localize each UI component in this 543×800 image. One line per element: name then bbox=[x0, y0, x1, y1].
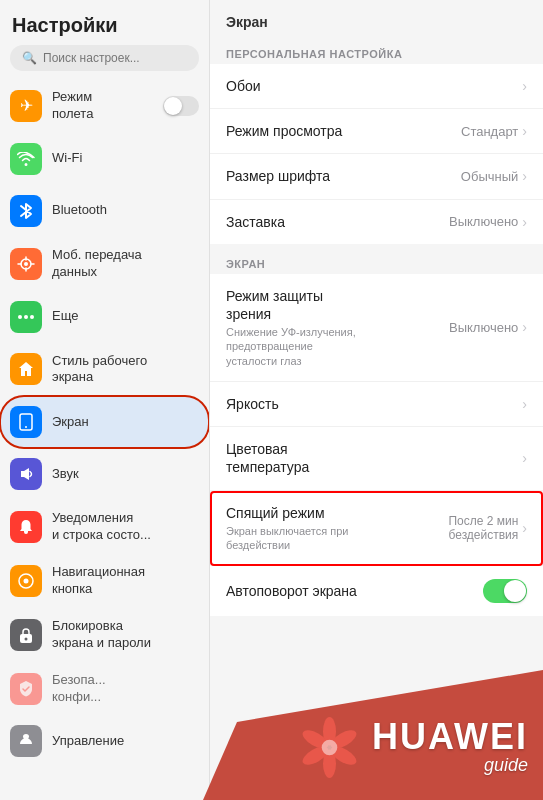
sidebar-item-notifications[interactable]: Уведомленияи строка состо... bbox=[0, 500, 209, 554]
sidebar-item-security[interactable]: Безопа...конфи... bbox=[0, 662, 209, 716]
more-icon bbox=[10, 301, 42, 333]
color-temp-value: › bbox=[522, 450, 527, 466]
sidebar-item-label: Безопа...конфи... bbox=[52, 672, 106, 706]
section-personalization-title: ПЕРСОНАЛЬНАЯ НАСТРОЙКА bbox=[210, 34, 543, 64]
sleep-mode-label: Спящий режим bbox=[226, 504, 348, 522]
sidebar-item-more[interactable]: Еще bbox=[0, 291, 209, 343]
brightness-label: Яркость bbox=[226, 395, 279, 413]
svg-point-4 bbox=[30, 315, 34, 319]
chevron-icon: › bbox=[522, 520, 527, 536]
font-size-label: Размер шрифта bbox=[226, 167, 330, 185]
screensaver-value: Выключено › bbox=[449, 214, 527, 230]
personalization-group: Обои › Режим просмотра Стандарт › Размер… bbox=[210, 64, 543, 244]
sidebar: Настройки 🔍 ✈ Режимполета bbox=[0, 0, 210, 800]
sidebar-item-label: Wi-Fi bbox=[52, 150, 82, 167]
sidebar-items-list: ✈ Режимполета Wi-Fi bbox=[0, 79, 209, 800]
autorotate-toggle[interactable] bbox=[483, 579, 527, 603]
sleep-mode-value: После 2 минбездействия › bbox=[448, 514, 527, 542]
chevron-icon: › bbox=[522, 396, 527, 412]
sleep-mode-sub: Экран выключается прибездействии bbox=[226, 524, 348, 553]
view-mode-label: Режим просмотра bbox=[226, 122, 342, 140]
search-bar[interactable]: 🔍 bbox=[10, 45, 199, 71]
sidebar-item-manage[interactable]: Управление bbox=[0, 715, 209, 767]
view-mode-item[interactable]: Режим просмотра Стандарт › bbox=[210, 109, 543, 154]
section-screen-title: ЭКРАН bbox=[210, 244, 543, 274]
view-mode-value: Стандарт › bbox=[461, 123, 527, 139]
wallpaper-label: Обои bbox=[226, 77, 261, 95]
sidebar-item-label: Управление bbox=[52, 733, 124, 750]
eye-protection-label: Режим защитызрения bbox=[226, 287, 356, 323]
svg-point-17 bbox=[322, 740, 338, 756]
sidebar-item-label: Режимполета bbox=[52, 89, 93, 123]
sidebar-item-label: Звук bbox=[52, 466, 79, 483]
sound-icon bbox=[10, 458, 42, 490]
screen-group: Режим защитызрения Снижение УФ-излучения… bbox=[210, 274, 543, 617]
content-title: Экран bbox=[210, 0, 543, 34]
sidebar-item-label: Навигационнаякнопка bbox=[52, 564, 145, 598]
chevron-icon: › bbox=[522, 214, 527, 230]
svg-point-3 bbox=[24, 315, 28, 319]
sidebar-item-label: Bluetooth bbox=[52, 202, 107, 219]
sidebar-item-label: Экран bbox=[52, 414, 89, 431]
brightness-value: › bbox=[522, 396, 527, 412]
watermark: HUAWEI guide bbox=[297, 715, 528, 780]
sleep-mode-content: Спящий режим Экран выключается прибездей… bbox=[226, 504, 348, 553]
sidebar-item-navigation[interactable]: Навигационнаякнопка bbox=[0, 554, 209, 608]
mobile-icon bbox=[10, 248, 42, 280]
sidebar-title: Настройки bbox=[0, 0, 209, 45]
huawei-brand-group: HUAWEI guide bbox=[372, 719, 528, 776]
brightness-item[interactable]: Яркость › bbox=[210, 382, 543, 427]
security-icon bbox=[10, 673, 42, 705]
main-container: Настройки 🔍 ✈ Режимполета bbox=[0, 0, 543, 800]
huawei-brand-name: HUAWEI bbox=[372, 719, 528, 755]
chevron-icon: › bbox=[522, 319, 527, 335]
color-temp-item[interactable]: Цветоваятемпература › bbox=[210, 427, 543, 490]
notification-icon bbox=[10, 511, 42, 543]
sidebar-item-bluetooth[interactable]: Bluetooth bbox=[0, 185, 209, 237]
wallpaper-value: › bbox=[522, 78, 527, 94]
autorotate-label: Автоповорот экрана bbox=[226, 582, 357, 600]
sidebar-item-screen[interactable]: Экран bbox=[0, 396, 209, 448]
eye-protection-value: Выключено › bbox=[449, 319, 527, 335]
lock-icon bbox=[10, 619, 42, 651]
navigation-icon bbox=[10, 565, 42, 597]
font-size-value: Обычный › bbox=[461, 168, 527, 184]
autorotate-item[interactable]: Автоповорот экрана bbox=[210, 566, 543, 616]
airplane-toggle[interactable] bbox=[163, 96, 199, 116]
chevron-icon: › bbox=[522, 78, 527, 94]
eye-protection-item[interactable]: Режим защитызрения Снижение УФ-излучения… bbox=[210, 274, 543, 382]
sidebar-item-label: Стиль рабочегоэкрана bbox=[52, 353, 147, 387]
sidebar-item-label: Блокировкаэкрана и пароли bbox=[52, 618, 151, 652]
manage-icon bbox=[10, 725, 42, 757]
chevron-icon: › bbox=[522, 450, 527, 466]
sidebar-item-label: Еще bbox=[52, 308, 78, 325]
sidebar-item-mobile[interactable]: Моб. передачаданных bbox=[0, 237, 209, 291]
svg-point-1 bbox=[24, 262, 28, 266]
color-temp-label: Цветоваятемпература bbox=[226, 440, 309, 476]
wifi-icon bbox=[10, 143, 42, 175]
wallpaper-item[interactable]: Обои › bbox=[210, 64, 543, 109]
chevron-icon: › bbox=[522, 168, 527, 184]
sidebar-item-airplane[interactable]: ✈ Режимполета bbox=[0, 79, 209, 133]
font-size-item[interactable]: Размер шрифта Обычный › bbox=[210, 154, 543, 199]
bluetooth-icon bbox=[10, 195, 42, 227]
style-icon bbox=[10, 353, 42, 385]
huawei-guide-label: guide bbox=[484, 755, 528, 776]
svg-point-8 bbox=[24, 579, 29, 584]
sleep-mode-item[interactable]: Спящий режим Экран выключается прибездей… bbox=[210, 491, 543, 567]
sidebar-item-style[interactable]: Стиль рабочегоэкрана bbox=[0, 343, 209, 397]
svg-point-6 bbox=[25, 426, 27, 428]
sidebar-item-label: Уведомленияи строка состо... bbox=[52, 510, 151, 544]
chevron-icon: › bbox=[522, 123, 527, 139]
svg-point-10 bbox=[25, 637, 28, 640]
screensaver-item[interactable]: Заставка Выключено › bbox=[210, 200, 543, 244]
sidebar-item-lock[interactable]: Блокировкаэкрана и пароли bbox=[0, 608, 209, 662]
sidebar-item-sound[interactable]: Звук bbox=[0, 448, 209, 500]
svg-point-2 bbox=[18, 315, 22, 319]
screen-icon bbox=[10, 406, 42, 438]
huawei-logo-icon bbox=[297, 715, 362, 780]
airplane-icon: ✈ bbox=[10, 90, 42, 122]
sidebar-item-wifi[interactable]: Wi-Fi bbox=[0, 133, 209, 185]
eye-protection-content: Режим защитызрения Снижение УФ-излучения… bbox=[226, 287, 356, 368]
search-input[interactable] bbox=[43, 51, 187, 65]
